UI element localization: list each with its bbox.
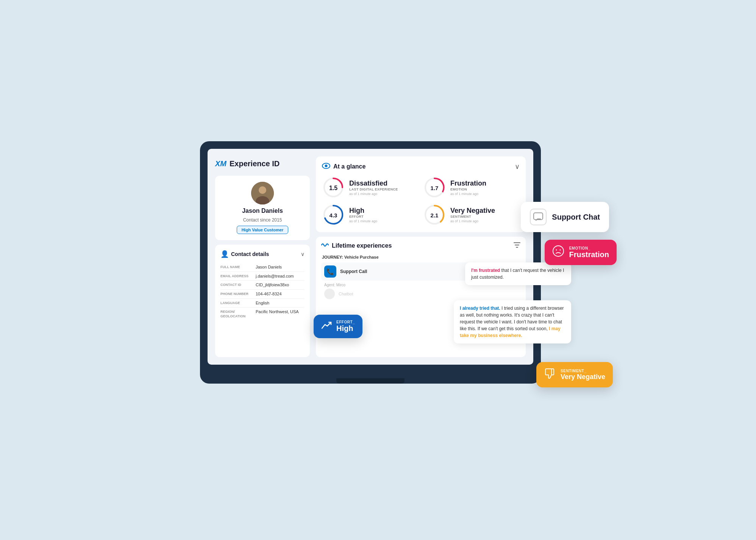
high-value-badge[interactable]: High Value Customer [237, 226, 289, 234]
chevron-down-icon[interactable]: ∨ [301, 251, 305, 257]
field-region: REGION/GEOLOCATION Pacific Northwest, US… [220, 307, 305, 320]
at-glance-chevron[interactable]: ∨ [515, 162, 520, 171]
app-title: Experience ID [230, 159, 280, 168]
contact-details-card: 👤 Contact details ∨ FULL NAME Jason Dani… [215, 245, 310, 357]
avatar-image [251, 182, 274, 204]
support-chat-label: Support Chat [552, 213, 600, 222]
gauge-dissatisfied: 1.5 [322, 176, 345, 199]
svg-text:4.3: 4.3 [330, 212, 337, 218]
at-glance-header: At a glance ∨ [322, 162, 520, 171]
at-glance-card: At a glance ∨ 1.5 [316, 156, 526, 232]
sentiment-label: SENTIMENT_ [561, 369, 605, 373]
emotion-card: EMOTION_ Frustration [545, 240, 617, 265]
gauge-effort: 4.3 [322, 203, 345, 226]
sentiment-value: Very Negative [561, 373, 605, 381]
journey-label: JOURNEY: Vehicle Purchase [321, 255, 520, 259]
avatar [251, 182, 274, 204]
svg-text:1.7: 1.7 [431, 185, 439, 191]
svg-text:1.5: 1.5 [329, 185, 337, 191]
eye-icon [322, 163, 330, 171]
contact-details-title: Contact details [231, 251, 269, 257]
metric-frustration: 1.7 Frustration EMOTION as of 1 minute a… [423, 176, 520, 199]
profile-name: Jason Daniels [242, 208, 283, 214]
effort-value: High [336, 324, 355, 333]
trend-up-icon [321, 321, 332, 332]
emotion-value: Frustration [569, 250, 609, 259]
svg-text:2.1: 2.1 [431, 212, 439, 218]
contact-details-header: 👤 Contact details ∨ [220, 250, 305, 258]
emotion-label: EMOTION_ [569, 246, 609, 250]
svg-point-15 [556, 250, 557, 251]
laptop-chin [336, 378, 405, 384]
wave-icon [321, 242, 329, 250]
chat-bubble-2: I already tried that. I tried using a di… [454, 300, 571, 343]
support-chat-card: Support Chat [521, 202, 609, 232]
scene: XM Experience ID Jason Daniels Contact s… [170, 126, 586, 414]
bubble2-highlight: I already tried that. [460, 306, 500, 311]
lifetime-title: Lifetime experiences [332, 242, 392, 249]
profile-card: Jason Daniels Contact since 2015 High Va… [215, 176, 310, 240]
chat-bubble-icon [530, 209, 547, 225]
svg-point-4 [325, 164, 328, 167]
metrics-grid: 1.5 Dissatisfied LAST DIGITAL EXPERIENCE… [322, 176, 520, 226]
thumbs-down-icon [544, 367, 556, 382]
bubble1-highlight: I'm frustrated [471, 268, 500, 273]
metric-effort: 4.3 High EFFORT as of 1 minute ago [322, 203, 419, 226]
metric-sentiment: 2.1 Very Negative SENTIMENT as of 1 minu… [423, 203, 520, 226]
journey-name: Support Call [340, 269, 482, 274]
field-language: LANGUAGE English [220, 299, 305, 308]
field-phone: PHONE NUMBER 104-467-8324 [220, 290, 305, 299]
lifetime-header: Lifetime experiences [321, 242, 520, 250]
person-icon: 👤 [220, 250, 229, 258]
sad-face-icon [552, 245, 564, 260]
at-glance-title: At a glance [333, 163, 366, 170]
chatbot-name: Chatbot [339, 292, 353, 296]
chatbot-avatar [324, 289, 335, 299]
effort-card: EFFORT_ High [314, 315, 362, 338]
field-contact-id: CONTACT ID CID_jldjfoiew38xo [220, 281, 305, 290]
metric-dissatisfied: 1.5 Dissatisfied LAST DIGITAL EXPERIENCE… [322, 176, 419, 199]
xm-logo: XM [215, 159, 226, 168]
filter-icon[interactable] [514, 242, 520, 250]
svg-point-1 [259, 186, 266, 194]
field-full-name: FULL NAME Jason Daniels [220, 263, 305, 272]
gauge-sentiment: 2.1 [423, 203, 446, 226]
sentiment-card: SENTIMENT_ Very Negative [536, 362, 613, 387]
effort-label: EFFORT_ [336, 320, 355, 324]
svg-point-14 [553, 246, 564, 256]
left-panel: XM Experience ID Jason Daniels Contact s… [215, 156, 310, 357]
svg-point-16 [560, 250, 561, 251]
contact-fields-list: FULL NAME Jason Daniels EMAIL ADDRESS j.… [220, 263, 305, 321]
profile-since: Contact since 2015 [243, 217, 282, 223]
xm-header: XM Experience ID [215, 156, 310, 171]
phone-icon: 📞 [324, 265, 336, 278]
chatbot-row: Chatbot [321, 287, 520, 301]
gauge-frustration: 1.7 [423, 176, 446, 199]
field-email: EMAIL ADDRESS j.daniels@tread.com [220, 272, 305, 281]
chat-bubble-1: I'm frustrated that I can't request the … [465, 262, 571, 285]
